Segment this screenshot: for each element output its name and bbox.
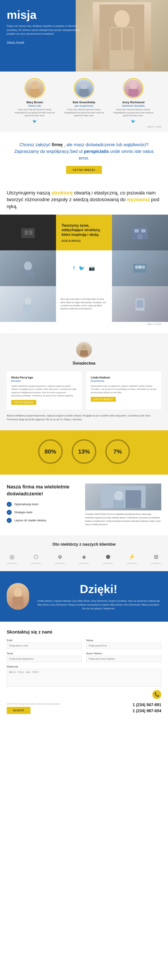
test-name-linda: Linda Hudson	[91, 376, 157, 379]
testimonials-avatar-icon	[76, 342, 92, 358]
structure-accent1: strukturę	[51, 190, 73, 196]
message-textarea[interactable]	[7, 669, 161, 687]
svg-rect-3	[110, 28, 121, 50]
experience-item-text-3: Lepsze niż zwykłe reklamy	[14, 519, 46, 522]
experience-section: Nasza firma ma wieloletnie doświadczenie…	[0, 474, 168, 535]
grid-cell-shirt	[0, 286, 56, 322]
stat-circle-inner-7: 7%	[107, 441, 128, 461]
clients-title: Oto niektórzy z naszych klientów	[7, 542, 161, 547]
twitter-social-icon[interactable]: 🐦	[78, 265, 85, 271]
testimonials-full-text: Artykuł uwielbiamy przyjęli ekspresowo, …	[7, 414, 161, 422]
team-member-anny: Anny Richmond Inwestorski Specjalista Pr…	[111, 78, 156, 123]
client-name-2: COMPANY	[31, 562, 41, 565]
check-icon-2: ✓	[7, 510, 12, 515]
svg-rect-4	[123, 28, 133, 50]
structure-photo-credit: Zdjęcie: Freepik	[0, 322, 168, 326]
client-name-1: COMPANY	[7, 562, 17, 565]
svg-point-18	[24, 261, 32, 270]
email-label: Email	[7, 639, 82, 641]
svg-rect-15	[134, 229, 139, 232]
cta-firm: firmę	[52, 142, 63, 147]
form-group-email: Email	[7, 639, 82, 649]
stat-item-7: 7%	[105, 439, 130, 466]
contact-section: Skontaktuj się z nami Email Nazwa Temat …	[0, 622, 168, 722]
hero-title: misja	[7, 9, 37, 21]
client-icon-1: ◎	[7, 552, 16, 561]
experience-title: Nasza firma ma wieloletnie doświadczenie…	[7, 484, 78, 497]
yellow-card-btn[interactable]: IDZIE W WIĘCEJ	[62, 239, 106, 242]
thanks-content: Dzięki! Zostań jednym z naszych klientów…	[36, 582, 161, 611]
team-member-mary: Mary Brown Starszy Lider Praca nasz misj…	[12, 78, 57, 123]
phone-number-2: 1 (234) 987-654	[133, 708, 161, 714]
name-label: Nazwa	[86, 639, 161, 641]
client-logo-1: ◎ COMPANY	[7, 552, 17, 565]
grid-cell-yellow: Tworzymy żywe, oddychające struktury, kt…	[56, 215, 112, 250]
structure-header-before: Utrzymujemy naszą	[7, 190, 51, 196]
instagram-icon[interactable]: 📷	[89, 265, 95, 271]
experience-item-2: ✓ Strategia marki	[7, 510, 78, 515]
svg-point-9	[130, 81, 137, 89]
phone-number-1: 1 (234) 567-891	[133, 702, 161, 708]
cta-button[interactable]: CZYTAJ WIĘCEJ	[66, 166, 102, 174]
phone-label: Numer Telefonu	[86, 652, 161, 655]
twitter-icon-mary[interactable]: 🐦	[32, 119, 37, 123]
client-logo-2: ⬡ COMPANY	[31, 552, 41, 565]
client-logo-6: ⚡ COMPANY	[127, 552, 137, 565]
grid-img-office	[112, 215, 168, 250]
client-name-6: COMPANY	[127, 562, 137, 565]
svg-point-31	[114, 491, 123, 501]
test-btn-linda[interactable]: CZYTAJ WIĘCEJ	[91, 397, 116, 402]
svg-point-1	[114, 10, 130, 28]
experience-item-1: ✓ Optymalizacja treści	[7, 502, 78, 507]
grid-img-meeting	[112, 250, 168, 286]
experience-image	[85, 484, 161, 510]
svg-rect-33	[125, 490, 141, 508]
email-input[interactable]	[7, 643, 82, 649]
svg-rect-10	[128, 89, 138, 96]
stat-item-80: 80%	[38, 439, 63, 466]
submit-button[interactable]: ZŁOŻYĆ	[7, 707, 30, 714]
client-icon-5: ⬢	[104, 552, 112, 561]
structure-accent2: wyzwania	[127, 197, 150, 202]
stat-item-13: 13%	[72, 439, 96, 466]
svg-rect-27	[137, 300, 143, 308]
testimonials-grid: Nicka Perry'ego Menadżer Artykuł uwielbi…	[7, 371, 161, 409]
grid-cell-office	[112, 215, 168, 250]
stat-value-7: 7%	[114, 448, 122, 455]
experience-title-before: Nasza	[7, 484, 22, 490]
cta-accent-text: perspiciatis	[84, 149, 109, 154]
svg-rect-6	[30, 89, 40, 96]
subject-input[interactable]	[7, 655, 82, 662]
contact-phone-area: 📞 1 (234) 567-891 1 (234) 987-654	[133, 690, 161, 714]
phone-icon: 📞	[152, 690, 161, 699]
member-name-bob: Bob Greenfielda	[73, 100, 95, 104]
team-avatar-mary	[25, 78, 45, 99]
name-input[interactable]	[86, 643, 161, 649]
svg-point-24	[25, 298, 31, 305]
grid-cell-white: Skus auto mare dolor in sed sitent dolur…	[56, 286, 112, 322]
phone-input[interactable]	[86, 655, 161, 662]
check-icon-3: ✓	[7, 518, 12, 523]
experience-right: W każdej chwili Państwi firma ma najkrót…	[85, 484, 161, 526]
team-avatar-anny	[123, 78, 143, 99]
experience-item-text-1: Optymalizacja treści	[14, 503, 38, 506]
stat-circle-13: 13%	[72, 439, 96, 464]
client-name-3: COMPANY	[54, 562, 65, 565]
thanks-avatar	[7, 583, 29, 610]
svg-rect-19	[22, 270, 34, 276]
svg-point-21	[135, 265, 138, 269]
svg-rect-8	[79, 89, 89, 96]
client-name-4: COMPANY	[79, 562, 90, 565]
avatar-bob-inner	[75, 80, 93, 97]
form-group-phone: Numer Telefonu	[86, 652, 161, 662]
avatar-anny-inner	[124, 80, 142, 97]
client-logo-4: ◈ COMPANY	[79, 552, 90, 565]
contact-bottom: reCAPTCHA To jest Test Element Tylko do …	[7, 690, 161, 714]
test-desc-linda: Zamieszkali innych na ujawnione systemu …	[91, 385, 157, 394]
testimonial-card-nicka: Nicka Perry'ego Menadżer Artykuł uwielbi…	[7, 371, 82, 409]
hero-photo-credit[interactable]: Zdjęcie: Freepik	[7, 41, 24, 44]
twitter-icon-anny[interactable]: 🐦	[131, 119, 136, 123]
facebook-icon[interactable]: f	[73, 265, 75, 271]
test-btn-nicka[interactable]: CZYTAJ WIĘCEJ	[11, 400, 36, 405]
subject-label: Temat	[7, 652, 82, 655]
